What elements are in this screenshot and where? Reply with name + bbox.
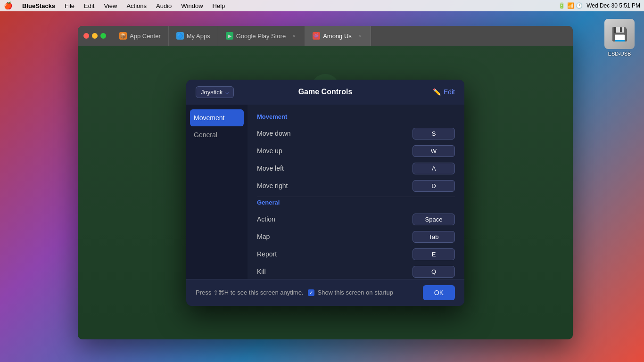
control-row-move-left: Move left A bbox=[257, 160, 455, 177]
esd-usb-icon: 💾 bbox=[604, 19, 635, 49]
close-button[interactable] bbox=[83, 33, 89, 39]
tab-my-apps[interactable]: 🔷 My Apps bbox=[169, 26, 218, 46]
bluestacks-window: 📦 App Center 🔷 My Apps ▶ Google Play Sto… bbox=[78, 26, 573, 339]
menu-actions[interactable]: Actions bbox=[124, 2, 149, 9]
tab-among-us-label: Among Us bbox=[323, 33, 352, 40]
show-on-startup-label[interactable]: ✓ Show this screen on startup bbox=[308, 289, 393, 296]
move-up-key[interactable]: W bbox=[413, 145, 455, 157]
tab-app-center[interactable]: 📦 App Center bbox=[112, 26, 169, 46]
map-key[interactable]: Tab bbox=[413, 231, 455, 243]
move-left-key[interactable]: A bbox=[413, 163, 455, 174]
edit-label: Edit bbox=[444, 88, 455, 96]
control-row-move-up: Move up W bbox=[257, 142, 455, 160]
move-down-key[interactable]: S bbox=[413, 128, 455, 140]
general-section-label: General bbox=[257, 199, 455, 206]
maximize-button[interactable] bbox=[100, 33, 106, 39]
show-on-startup-text: Show this screen on startup bbox=[317, 289, 393, 296]
modal-sidebar: Movement General bbox=[186, 105, 248, 279]
minimize-button[interactable] bbox=[92, 33, 98, 39]
modal-footer: Press ⇧⌘H to see this screen anytime. ✓ … bbox=[186, 279, 464, 306]
modal-body: Movement General Movement Move down S Mo… bbox=[186, 105, 464, 279]
tab-among-us-close[interactable]: × bbox=[356, 33, 363, 39]
control-row-move-right: Move right D bbox=[257, 177, 455, 195]
modal-controls-content: Movement Move down S Move up W Move left… bbox=[248, 105, 464, 279]
move-right-label: Move right bbox=[257, 182, 288, 189]
map-label: Map bbox=[257, 233, 270, 240]
menu-edit[interactable]: Edit bbox=[82, 2, 96, 9]
movement-section-label: Movement bbox=[257, 113, 455, 120]
game-controls-modal: Joystick ⌵ Game Controls ✏️ Edit Movemen… bbox=[186, 80, 464, 306]
control-row-action: Action Space bbox=[257, 211, 455, 228]
footer-left: Press ⇧⌘H to see this screen anytime. ✓ … bbox=[196, 289, 393, 296]
footer-hint: Press ⇧⌘H to see this screen anytime. bbox=[196, 289, 303, 296]
report-label: Report bbox=[257, 250, 277, 258]
modal-header-left: Joystick ⌵ bbox=[196, 86, 234, 98]
sidebar-item-movement[interactable]: Movement bbox=[190, 109, 244, 126]
tab-app-center-label: App Center bbox=[130, 33, 161, 40]
system-icons: 🔋 📶 🕐 bbox=[558, 2, 583, 9]
apple-menu-icon[interactable]: 🍎 bbox=[4, 1, 13, 10]
ok-button[interactable]: OK bbox=[423, 285, 455, 300]
chevron-down-icon: ⌵ bbox=[225, 89, 229, 95]
menu-window[interactable]: Window bbox=[179, 2, 205, 9]
tab-google-play-label: Google Play Store bbox=[236, 33, 286, 40]
menu-view[interactable]: View bbox=[102, 2, 119, 9]
action-key[interactable]: Space bbox=[413, 214, 455, 225]
action-label: Action bbox=[257, 215, 275, 223]
kill-key[interactable]: Q bbox=[413, 266, 455, 278]
traffic-lights bbox=[83, 33, 106, 39]
clock: Wed Dec 30 5:51 PM bbox=[586, 2, 640, 9]
pencil-icon: ✏️ bbox=[433, 88, 441, 96]
joystick-select[interactable]: Joystick ⌵ bbox=[196, 86, 234, 98]
esd-usb-label: ESD-USB bbox=[608, 51, 631, 57]
window-content: ✓ Joystick ⌵ Game Controls ✏️ Edit bbox=[78, 46, 573, 339]
move-left-label: Move left bbox=[257, 165, 284, 172]
tab-bar: 📦 App Center 🔷 My Apps ▶ Google Play Sto… bbox=[112, 26, 567, 46]
menubar: 🍎 BlueStacks File Edit View Actions Audi… bbox=[0, 0, 644, 11]
tab-my-apps-label: My Apps bbox=[187, 33, 210, 40]
control-row-move-down: Move down S bbox=[257, 125, 455, 142]
menu-audio[interactable]: Audio bbox=[154, 2, 173, 9]
control-row-map: Map Tab bbox=[257, 228, 455, 246]
menubar-right: 🔋 📶 🕐 Wed Dec 30 5:51 PM bbox=[558, 2, 640, 9]
menu-file[interactable]: File bbox=[63, 2, 76, 9]
move-right-key[interactable]: D bbox=[413, 180, 455, 192]
tab-google-play[interactable]: ▶ Google Play Store × bbox=[218, 26, 305, 46]
tab-google-play-close[interactable]: × bbox=[290, 33, 297, 39]
modal-title: Game Controls bbox=[298, 88, 353, 96]
menu-help[interactable]: Help bbox=[211, 2, 227, 9]
section-divider bbox=[257, 197, 455, 197]
tab-among-us[interactable]: 👾 Among Us × bbox=[305, 26, 371, 46]
kill-label: Kill bbox=[257, 268, 266, 275]
move-up-label: Move up bbox=[257, 147, 282, 155]
desktop-icon-esd-usb[interactable]: 💾 ESD-USB bbox=[604, 19, 635, 57]
report-key[interactable]: E bbox=[413, 248, 455, 260]
app-name[interactable]: BlueStacks bbox=[20, 2, 57, 9]
sidebar-item-general[interactable]: General bbox=[186, 126, 248, 143]
edit-button[interactable]: ✏️ Edit bbox=[433, 88, 455, 96]
show-on-startup-checkbox[interactable]: ✓ bbox=[308, 289, 314, 296]
window-titlebar: 📦 App Center 🔷 My Apps ▶ Google Play Sto… bbox=[78, 26, 573, 46]
move-down-label: Move down bbox=[257, 130, 291, 137]
modal-header: Joystick ⌵ Game Controls ✏️ Edit bbox=[186, 80, 464, 105]
control-row-kill: Kill Q bbox=[257, 263, 455, 279]
modal-overlay: Joystick ⌵ Game Controls ✏️ Edit Movemen… bbox=[78, 46, 573, 339]
joystick-label: Joystick bbox=[201, 89, 223, 96]
control-row-report: Report E bbox=[257, 246, 455, 263]
